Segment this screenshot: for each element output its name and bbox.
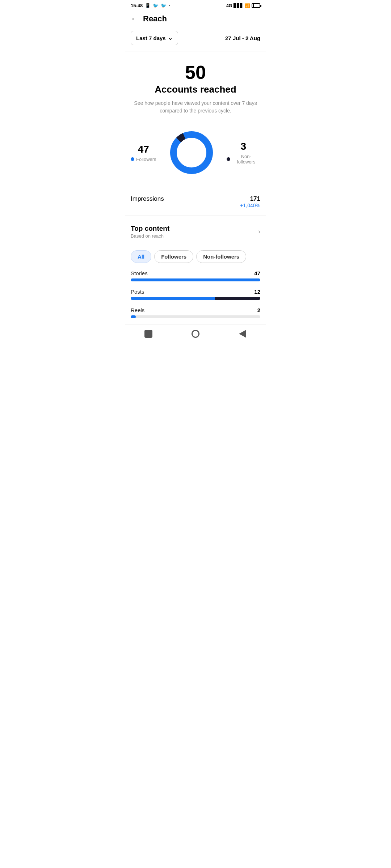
metric-description: See how people have viewed your content …	[134, 99, 257, 115]
top-content-row[interactable]: Top content Based on reach ›	[131, 225, 260, 239]
posts-bar-dark	[215, 297, 260, 300]
accounts-reached-count: 50	[134, 63, 257, 82]
followers-dot	[131, 157, 134, 161]
posts-value: 12	[254, 289, 260, 295]
tab-nonfollowers[interactable]: Non-followers	[196, 250, 246, 263]
triangle-icon	[239, 330, 246, 338]
back-nav-button[interactable]	[190, 329, 201, 339]
square-icon	[144, 330, 152, 338]
wifi-icon: 📶	[245, 3, 250, 8]
posts-label: Posts	[131, 289, 144, 295]
twitter-icon-2: 🐦	[161, 3, 167, 8]
home-button[interactable]	[143, 329, 154, 339]
posts-bar-blue	[131, 297, 215, 300]
signal-bars-icon: ▋▋▋	[234, 3, 243, 8]
period-label: Last 7 days	[136, 35, 166, 41]
impressions-value: 171	[240, 195, 260, 203]
tab-followers[interactable]: Followers	[154, 250, 193, 263]
circle-icon	[192, 330, 199, 338]
top-content-info: Top content Based on reach	[131, 225, 169, 239]
reels-value: 2	[257, 307, 260, 313]
chevron-down-icon: ⌄	[168, 35, 173, 41]
followers-label: Followers	[131, 157, 156, 162]
chevron-right-icon: ›	[258, 228, 260, 235]
content-filter-tabs: All Followers Non-followers	[125, 244, 266, 270]
reels-label: Reels	[131, 307, 144, 313]
period-filter-button[interactable]: Last 7 days ⌄	[131, 31, 178, 45]
dot-indicator: ·	[169, 3, 170, 8]
page-header: ← Reach	[125, 10, 266, 28]
content-stats: Stories 47 Posts 12 Reels 2	[125, 270, 266, 318]
impressions-change: +1,040%	[240, 203, 260, 208]
impressions-label: Impressions	[131, 195, 164, 203]
nonfollowers-count: 3	[227, 141, 260, 152]
recents-button[interactable]	[237, 329, 248, 339]
nonfollowers-label: Non-followers	[227, 154, 260, 165]
reels-progress-fill	[131, 315, 136, 318]
reels-stat-row: Reels 2	[131, 307, 260, 318]
signal-label: 4G	[226, 3, 232, 8]
impressions-values: 171 +1,040%	[240, 195, 260, 208]
donut-chart-section: 47 Followers 3 Non-followers	[125, 120, 266, 188]
top-content-section[interactable]: Top content Based on reach ›	[125, 216, 266, 244]
time-display: 15:48	[131, 3, 143, 8]
posts-stat-row: Posts 12	[131, 289, 260, 300]
page-title: Reach	[143, 14, 167, 24]
stories-label: Stories	[131, 270, 148, 276]
nonfollowers-dot	[227, 157, 230, 161]
impressions-section: Impressions 171 +1,040%	[125, 188, 266, 216]
posts-progress-bar	[131, 297, 260, 300]
back-button[interactable]: ←	[131, 14, 139, 24]
metric-section: 50 Accounts reached See how people have …	[125, 51, 266, 120]
impressions-row: Impressions 171 +1,040%	[131, 195, 260, 208]
date-range-display: 27 Jul - 2 Aug	[225, 35, 260, 41]
whatsapp-icon: 📱	[145, 3, 151, 8]
twitter-icon-1: 🐦	[153, 3, 159, 8]
filter-row: Last 7 days ⌄ 27 Jul - 2 Aug	[125, 28, 266, 51]
followers-stat: 47 Followers	[131, 144, 156, 162]
status-left: 15:48 📱 🐦 🐦 ·	[131, 3, 170, 8]
battery-fill	[253, 4, 254, 7]
donut-svg	[168, 129, 215, 176]
followers-count: 47	[131, 144, 156, 155]
status-right: 4G ▋▋▋ 📶	[226, 3, 260, 8]
nonfollowers-stat: 3 Non-followers	[227, 141, 260, 165]
battery-icon	[252, 3, 260, 8]
stories-progress-bg	[131, 278, 260, 281]
top-content-subtitle: Based on reach	[131, 233, 169, 239]
tab-all[interactable]: All	[131, 250, 151, 263]
accounts-reached-label: Accounts reached	[134, 84, 257, 95]
stories-progress-fill	[131, 278, 260, 281]
top-content-title: Top content	[131, 225, 169, 233]
reels-progress-bg	[131, 315, 260, 318]
stories-value: 47	[254, 270, 260, 276]
status-bar: 15:48 📱 🐦 🐦 · 4G ▋▋▋ 📶	[125, 0, 266, 10]
donut-chart	[168, 129, 215, 176]
stories-stat-row: Stories 47	[131, 270, 260, 281]
nav-bar	[125, 324, 266, 343]
